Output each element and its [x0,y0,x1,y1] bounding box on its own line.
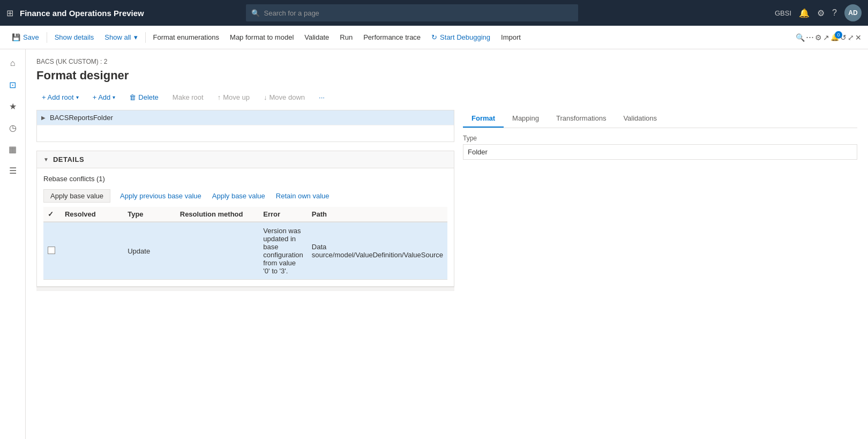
sidebar-recent-icon[interactable]: ◷ [3,118,23,137]
sidebar-list-icon[interactable]: ☰ [3,161,23,180]
tab-format[interactable]: Format [463,110,504,128]
format-enumerations-button[interactable]: Format enumerations [148,26,225,49]
map-format-to-model-button[interactable]: Map format to model [225,26,299,49]
apply-base-value-button[interactable]: Apply base value [207,190,271,202]
add-root-button[interactable]: + Add root ▾ [36,91,84,103]
help-icon[interactable]: ? [832,8,837,18]
layout: ⌂ ⊡ ★ ◷ ▦ ☰ BACS (UK CUSTOM) : 2 Format … [0,49,868,439]
share-icon[interactable]: ↗ [823,33,829,42]
row-check-cell[interactable] [43,222,61,280]
col-header-type[interactable]: Type [123,207,176,222]
separator-2 [145,32,146,43]
format-tree: ▶ BACSReportsFolder [36,110,454,142]
show-all-button[interactable]: Show all ▾ [99,26,143,49]
table-row[interactable]: Update Version was updated in base confi… [43,222,447,280]
conflict-table: ✓ Resolved Type Resolution method Error … [43,207,447,280]
col-header-resolution[interactable]: Resolution method [176,207,259,222]
debug-icon: ↻ [431,33,437,41]
details-header[interactable]: ▼ DETAILS [37,151,454,168]
col-header-error[interactable]: Error [259,207,307,222]
avatar[interactable]: AD [844,4,862,21]
settings-icon[interactable]: ⚙ [817,8,825,18]
grid-icon[interactable]: ⊞ [6,8,13,18]
sidebar-workspaces-icon[interactable]: ▦ [3,139,23,159]
details-title: DETAILS [53,155,84,163]
add-root-chevron-icon: ▾ [76,94,79,100]
toolbar-right-actions: 🔍 ··· ⚙ ↗ 🔔 0 ↺ ⤢ ✕ [796,32,862,43]
row-resolved [61,222,123,280]
retain-own-value-button[interactable]: Retain own value [271,190,335,202]
type-label: Type [463,135,857,142]
main-toolbar: 💾 Save Show details Show all ▾ Format en… [0,26,868,49]
sidebar-favorites-icon[interactable]: ★ [3,96,23,116]
details-body: Rebase conflicts (1) Apply base value Ap… [37,168,454,286]
row-checkbox[interactable] [48,247,55,254]
row-path: Data source/model/ValueDefinition/ValueS… [308,222,447,280]
settings2-icon[interactable]: ⚙ [815,33,822,42]
validate-button[interactable]: Validate [299,26,334,49]
search-bar: 🔍 [246,4,578,21]
close-icon[interactable]: ✕ [855,33,862,42]
type-section: Type Folder [463,135,857,160]
show-all-chevron-icon: ▾ [134,33,138,41]
start-debugging-button[interactable]: ↻ Start Debugging [426,26,496,49]
move-down-icon: ↓ [264,93,267,101]
import-button[interactable]: Import [496,26,526,49]
show-details-button[interactable]: Show details [49,26,100,49]
notification-badge[interactable]: 🔔 0 [830,33,839,41]
separator-1 [47,32,47,43]
notifications-icon[interactable]: 🔔 [799,8,810,18]
breadcrumb: BACS (UK CUSTOM) : 2 [36,58,857,65]
expand-icon[interactable]: ⤢ [848,33,854,42]
horizontal-scrollbar[interactable] [36,287,454,291]
app-title: Finance and Operations Preview [20,9,144,18]
delete-button[interactable]: 🗑 Delete [124,91,164,103]
add-chevron-icon: ▾ [113,94,115,100]
more-options-icon[interactable]: ··· [806,32,814,43]
action-bar: + Add root ▾ + Add ▾ 🗑 Delete Make root … [36,91,857,103]
check-all-icon[interactable]: ✓ [48,210,54,218]
left-panel: ▶ BACSReportsFolder ▼ DETAILS Rebase con… [36,110,454,291]
details-section: ▼ DETAILS Rebase conflicts (1) Apply bas… [36,151,454,287]
save-icon: 💾 [12,33,20,41]
save-button[interactable]: 💾 Save [6,26,44,49]
tab-mapping[interactable]: Mapping [504,110,548,128]
tree-row-bacs[interactable]: ▶ BACSReportsFolder [37,110,454,125]
search-icon: 🔍 [251,9,260,17]
details-toggle-icon: ▼ [43,157,49,162]
sidebar-filter-icon[interactable]: ⊡ [3,75,23,94]
sidebar-home-icon[interactable]: ⌂ [3,54,23,73]
tab-bar: Format Mapping Transformations Validatio… [463,110,857,128]
tree-node-label: BACSReportsFolder [50,114,113,122]
type-value: Folder [463,144,857,160]
page-title: Format designer [36,69,857,83]
move-up-button[interactable]: ↑ Move up [212,91,255,103]
left-sidebar: ⌂ ⊡ ★ ◷ ▦ ☰ [0,49,26,439]
row-error: Version was updated in base configuratio… [259,222,307,280]
apply-base-value-ghost-button[interactable]: Apply base value [43,189,110,203]
top-nav-right: GBSI 🔔 ⚙ ? AD [775,4,862,21]
tree-toggle-icon[interactable]: ▶ [41,115,50,121]
apply-previous-base-value-button[interactable]: Apply previous base value [115,190,207,202]
col-header-path[interactable]: Path [308,207,447,222]
user-code: GBSI [775,9,791,17]
rebase-conflicts-title: Rebase conflicts (1) [43,175,447,183]
badge-count: 0 [835,31,842,39]
move-down-button[interactable]: ↓ Move down [258,91,310,103]
make-root-button[interactable]: Make root [167,91,209,103]
col-header-check: ✓ [43,207,61,222]
row-resolution-method [176,222,259,280]
performance-trace-button[interactable]: Performance trace [358,26,426,49]
search-toolbar-icon[interactable]: 🔍 [796,33,805,42]
add-button[interactable]: + Add ▾ [87,91,121,103]
run-button[interactable]: Run [334,26,358,49]
col-header-resolved[interactable]: Resolved [61,207,123,222]
table-header-row: ✓ Resolved Type Resolution method Error … [43,207,447,222]
tab-validations[interactable]: Validations [615,110,665,128]
more-actions-button[interactable]: ··· [313,91,330,103]
delete-icon: 🗑 [129,93,136,101]
apply-buttons-row: Apply base value Apply previous base val… [43,189,447,203]
tab-transformations[interactable]: Transformations [548,110,615,128]
right-panel: Format Mapping Transformations Validatio… [454,110,857,291]
search-input[interactable] [264,9,573,17]
